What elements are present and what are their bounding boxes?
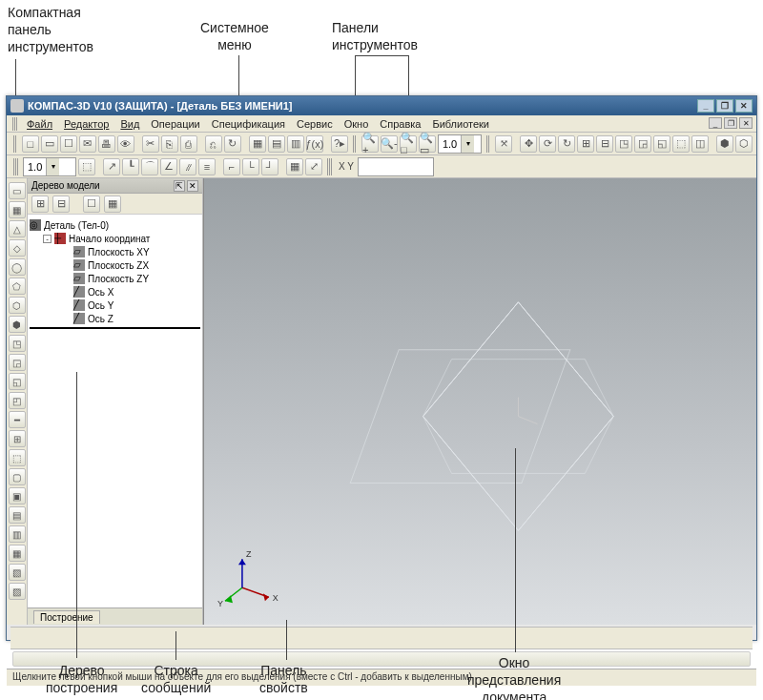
scale-combo[interactable]: 1.0 ▾	[23, 157, 76, 176]
compact-btn-1[interactable]: ▦	[9, 201, 26, 218]
menu-service[interactable]: Сервис	[291, 116, 339, 132]
doc-close-button[interactable]: ✕	[739, 117, 753, 129]
tree-tb-btn-3[interactable]: ☐	[83, 196, 100, 213]
chevron-down-icon[interactable]: ▾	[46, 158, 59, 175]
coord-input[interactable]	[358, 157, 434, 176]
state-btn-5[interactable]: ∠	[160, 158, 177, 175]
state-btn-2[interactable]: ↗	[103, 158, 120, 175]
tree-axis-y[interactable]: ╱Ось Y	[30, 299, 200, 312]
tree-axis-z[interactable]: ╱Ось Z	[30, 312, 200, 325]
tree-tb-btn-1[interactable]: ⊟	[52, 196, 70, 213]
zoom-btn-1[interactable]: 🔍-	[381, 135, 398, 153]
compact-btn-2[interactable]: △	[9, 220, 26, 237]
std-btn-15[interactable]: ▤	[268, 135, 285, 153]
compact-btn-6[interactable]: ⬡	[9, 297, 26, 314]
compact-btn-18[interactable]: ▥	[9, 525, 26, 543]
state-btn-0[interactable]: ⬚	[78, 158, 95, 175]
std-btn-8[interactable]: ⎘	[161, 135, 178, 153]
zoom-btn-2[interactable]: 🔍□	[400, 135, 417, 153]
state-btn-4[interactable]: ⌒	[141, 158, 158, 175]
compact-btn-21[interactable]: ▨	[9, 583, 26, 600]
menu-help[interactable]: Справка	[374, 116, 426, 132]
std-btn-5[interactable]: 👁	[117, 135, 134, 153]
state-btn-11[interactable]: ┘	[261, 158, 278, 175]
toolbar-grip-4[interactable]	[13, 158, 18, 175]
compact-btn-14[interactable]: ⬚	[9, 449, 26, 466]
state-btn-10[interactable]: └	[242, 158, 259, 175]
doc-minimize-button[interactable]: _	[709, 117, 722, 129]
std-btn-14[interactable]: ▦	[249, 135, 266, 153]
compact-btn-10[interactable]: ◱	[9, 373, 26, 390]
view-btn-5[interactable]: ⊞	[577, 135, 594, 153]
state-btn-3[interactable]: ┖	[122, 158, 139, 175]
close-button[interactable]: ✕	[735, 99, 753, 113]
view-btn-13[interactable]: ⬢	[716, 135, 733, 153]
std-btn-19[interactable]: ?▸	[331, 135, 348, 153]
view-btn-10[interactable]: ⬚	[672, 135, 690, 153]
state-btn-6[interactable]: ⫽	[179, 158, 196, 175]
std-btn-11[interactable]: ⎌	[205, 135, 222, 153]
compact-btn-12[interactable]: ━	[9, 411, 26, 428]
tree-tb-btn-0[interactable]: ⊞	[31, 196, 49, 213]
std-btn-0[interactable]: □	[22, 135, 39, 153]
view-btn-3[interactable]: ⟳	[539, 135, 556, 153]
tree-root[interactable]: ◎ Деталь (Тел-0)	[30, 218, 200, 232]
compact-btn-20[interactable]: ▧	[9, 564, 26, 581]
toolbar-grip-5[interactable]	[327, 158, 332, 175]
compact-btn-4[interactable]: ◯	[9, 258, 26, 276]
view-btn-2[interactable]: ✥	[520, 135, 537, 153]
tree-origin[interactable]: - ┼ Начало координат	[30, 232, 200, 245]
menu-window[interactable]: Окно	[339, 116, 375, 132]
std-btn-12[interactable]: ↻	[224, 135, 241, 153]
compact-btn-3[interactable]: ◇	[9, 239, 26, 257]
maximize-button[interactable]: ❐	[716, 99, 733, 113]
view-btn-14[interactable]: ⬡	[735, 135, 753, 153]
tab-build[interactable]: Построение	[33, 610, 100, 624]
view-btn-7[interactable]: ◳	[615, 135, 632, 153]
tree-plane-xy[interactable]: ▱Плоскость XY	[30, 245, 200, 258]
compact-btn-5[interactable]: ⬠	[9, 278, 26, 295]
collapse-icon[interactable]: -	[43, 235, 52, 243]
compact-btn-7[interactable]: ⬢	[9, 316, 26, 333]
std-btn-16[interactable]: ▥	[287, 135, 304, 153]
compact-btn-0[interactable]: ▭	[9, 182, 26, 199]
compact-btn-19[interactable]: ▦	[9, 545, 26, 562]
compact-btn-11[interactable]: ◰	[9, 392, 26, 409]
std-btn-2[interactable]: ☐	[60, 135, 77, 153]
zoom-combo[interactable]: 1.0 ▾	[438, 134, 482, 154]
tree-body[interactable]: ◎ Деталь (Тел-0) - ┼ Начало координат ▱П…	[28, 215, 202, 607]
view-btn-0[interactable]: ⤧	[495, 135, 512, 153]
chevron-down-icon[interactable]: ▾	[461, 135, 474, 153]
menu-file[interactable]: Файл	[21, 116, 58, 132]
view-btn-9[interactable]: ◱	[653, 135, 670, 153]
compact-btn-9[interactable]: ◲	[9, 354, 26, 371]
menu-libraries[interactable]: Библиотеки	[426, 116, 495, 132]
tree-pin-button[interactable]: ⇱	[174, 180, 185, 192]
std-btn-1[interactable]: ▭	[41, 135, 58, 153]
view-btn-6[interactable]: ⊟	[596, 135, 613, 153]
std-btn-9[interactable]: ⎙	[180, 135, 197, 153]
zoom-btn-3[interactable]: 🔍▭	[419, 135, 436, 153]
view-btn-11[interactable]: ◫	[691, 135, 709, 153]
doc-restore-button[interactable]: ❐	[724, 117, 737, 129]
tree-tb-btn-4[interactable]: ▦	[104, 196, 121, 213]
menu-operations[interactable]: Операции	[145, 116, 205, 132]
compact-btn-17[interactable]: ▤	[9, 506, 26, 524]
menu-view[interactable]: Вид	[114, 116, 145, 132]
toolbar-grip-3[interactable]	[486, 135, 490, 153]
minimize-button[interactable]: _	[697, 99, 714, 113]
state-btn-14[interactable]: ⤢	[305, 158, 322, 175]
std-btn-3[interactable]: ✉	[79, 135, 96, 153]
state-btn-9[interactable]: ⌐	[223, 158, 240, 175]
document-viewport[interactable]: X Y Z	[203, 178, 756, 625]
menubar-grip[interactable]	[12, 117, 17, 131]
property-panel[interactable]	[12, 651, 751, 667]
view-btn-4[interactable]: ↻	[558, 135, 575, 153]
tree-axis-x[interactable]: ╱Ось X	[30, 285, 200, 299]
toolbar-grip-1[interactable]	[13, 135, 17, 153]
tree-plane-zy[interactable]: ▱Плоскость ZY	[30, 272, 200, 285]
zoom-btn-0[interactable]: 🔍+	[361, 135, 379, 153]
std-btn-7[interactable]: ✂	[142, 135, 159, 153]
compact-btn-13[interactable]: ⊞	[9, 430, 26, 447]
tree-plane-zx[interactable]: ▱Плоскость ZX	[30, 258, 200, 272]
